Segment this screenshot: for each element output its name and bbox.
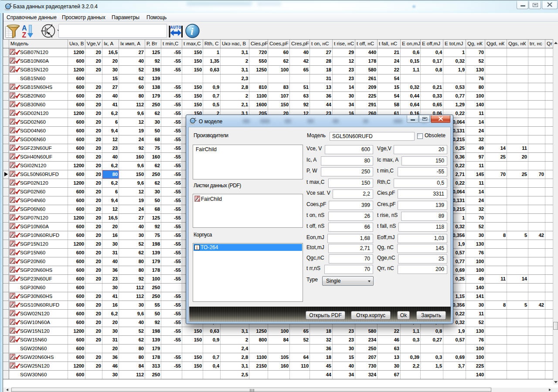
svg-text:i: i: [191, 26, 194, 37]
svg-text:Z: Z: [22, 31, 27, 38]
svg-text:AUTO: AUTO: [170, 25, 181, 30]
svg-text:A: A: [22, 24, 27, 32]
